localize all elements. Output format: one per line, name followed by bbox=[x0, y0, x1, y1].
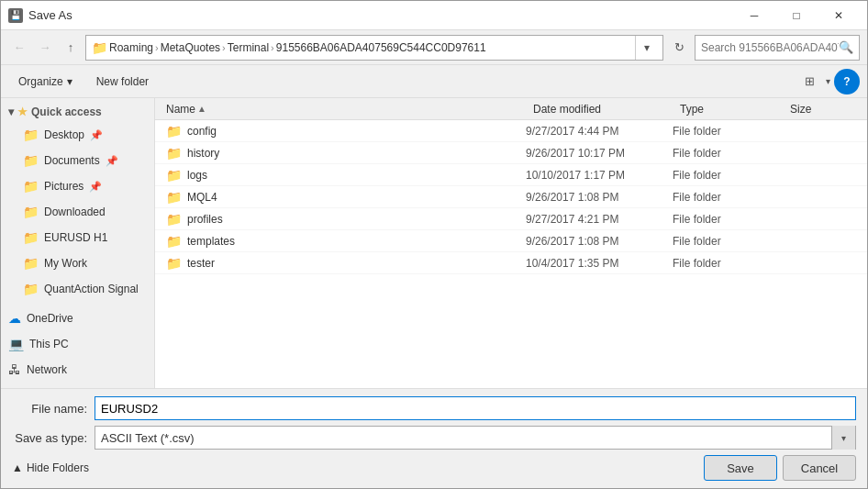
search-icon: 🔍 bbox=[839, 40, 853, 54]
sidebar-item-label-pictures: Pictures bbox=[44, 180, 83, 193]
sidebar-item-network[interactable]: 🖧 Network bbox=[1, 357, 154, 383]
file-type: File folder bbox=[673, 235, 783, 248]
save-as-dialog: 💾 Save As ─ □ ✕ ← → ↑ 📁 Roaming › MetaQu… bbox=[0, 0, 868, 489]
sidebar-item-thispc[interactable]: 💻 This PC bbox=[1, 331, 154, 357]
table-row[interactable]: 📁 history 9/26/2017 10:17 PM File folder bbox=[155, 142, 867, 164]
sidebar-item-desktop[interactable]: 📁 Desktop 📌 bbox=[1, 122, 154, 148]
filename-input[interactable] bbox=[95, 396, 856, 420]
quick-access-group: ▾ ★ Quick access 📁 Desktop 📌 📁 Documents… bbox=[1, 102, 154, 302]
forward-button[interactable]: → bbox=[34, 36, 56, 60]
col-header-name[interactable]: Name ▲ bbox=[162, 103, 529, 116]
new-folder-button[interactable]: New folder bbox=[86, 69, 159, 94]
quantaction-folder-icon: 📁 bbox=[23, 282, 39, 296]
documents-pin-icon: 📌 bbox=[106, 155, 118, 167]
downloaded-folder-icon: 📁 bbox=[23, 205, 39, 219]
hide-folders-button[interactable]: ▲ Hide Folders bbox=[12, 461, 89, 474]
sidebar-item-mywork[interactable]: 📁 My Work bbox=[1, 250, 154, 276]
crumb-metaquotes: MetaQuotes bbox=[161, 41, 220, 54]
close-button[interactable]: ✕ bbox=[818, 1, 860, 30]
sidebar-item-pictures[interactable]: 📁 Pictures 📌 bbox=[1, 173, 154, 199]
file-date: 9/27/2017 4:44 PM bbox=[526, 125, 673, 138]
organize-label: Organize bbox=[18, 75, 63, 88]
eurusd-folder-icon: 📁 bbox=[23, 230, 39, 245]
thispc-icon: 💻 bbox=[8, 337, 24, 351]
file-type: File folder bbox=[673, 169, 783, 182]
window-controls: ─ □ ✕ bbox=[733, 1, 860, 30]
save-button[interactable]: Save bbox=[704, 455, 777, 481]
organize-arrow: ▾ bbox=[67, 75, 72, 88]
folder-icon: 📁 bbox=[166, 190, 182, 205]
filename-row: File name: bbox=[12, 396, 856, 420]
col-header-size[interactable]: Size bbox=[786, 103, 860, 116]
title-bar: 💾 Save As ─ □ ✕ bbox=[1, 1, 867, 30]
file-name-text: logs bbox=[187, 169, 207, 182]
sidebar-item-label-desktop: Desktop bbox=[44, 128, 84, 141]
savetype-value: ASCII Text (*.csv) bbox=[101, 431, 850, 445]
sidebar-item-label-documents: Documents bbox=[44, 154, 100, 167]
col-header-date[interactable]: Date modified bbox=[529, 103, 676, 116]
savetype-label: Save as type: bbox=[12, 431, 95, 445]
sidebar-item-label-eurusd: EURUSD H1 bbox=[44, 231, 107, 244]
address-path[interactable]: 📁 Roaming › MetaQuotes › Terminal › 9155… bbox=[85, 35, 663, 61]
table-row[interactable]: 📁 templates 9/26/2017 1:08 PM File folde… bbox=[155, 230, 867, 252]
table-row[interactable]: 📁 tester 10/4/2017 1:35 PM File folder bbox=[155, 252, 867, 274]
savetype-row: Save as type: ASCII Text (*.csv) ▾ bbox=[12, 426, 856, 450]
file-type: File folder bbox=[673, 147, 783, 160]
maximize-button[interactable]: □ bbox=[775, 1, 818, 30]
table-row[interactable]: 📁 logs 10/10/2017 1:17 PM File folder bbox=[155, 164, 867, 186]
hide-folders-arrow: ▲ bbox=[12, 461, 23, 474]
back-button[interactable]: ← bbox=[8, 36, 30, 60]
sidebar-item-downloaded[interactable]: 📁 Downloaded bbox=[1, 199, 154, 225]
network-icon: 🖧 bbox=[8, 362, 21, 377]
table-row[interactable]: 📁 MQL4 9/26/2017 1:08 PM File folder bbox=[155, 186, 867, 208]
file-type: File folder bbox=[673, 257, 783, 270]
sort-arrow: ▲ bbox=[197, 104, 206, 114]
table-row[interactable]: 📁 config 9/27/2017 4:44 PM File folder bbox=[155, 120, 867, 142]
file-name-text: MQL4 bbox=[187, 191, 217, 204]
filename-label: File name: bbox=[12, 402, 95, 416]
folder-icon: 📁 bbox=[166, 256, 182, 271]
file-name-text: tester bbox=[187, 257, 215, 270]
file-list: 📁 config 9/27/2017 4:44 PM File folder 📁… bbox=[155, 120, 867, 388]
sidebar-item-documents[interactable]: 📁 Documents 📌 bbox=[1, 148, 154, 173]
sidebar-item-label-mywork: My Work bbox=[44, 257, 87, 270]
onedrive-icon: ☁ bbox=[8, 311, 21, 326]
file-type: File folder bbox=[673, 213, 783, 226]
sidebar-item-quantaction[interactable]: 📁 QuantAction Signal bbox=[1, 276, 154, 302]
up-button[interactable]: ↑ bbox=[60, 36, 82, 60]
sidebar: ▾ ★ Quick access 📁 Desktop 📌 📁 Documents… bbox=[1, 98, 155, 388]
sidebar-item-label-onedrive: OneDrive bbox=[27, 312, 73, 325]
view-arrow: ▾ bbox=[826, 76, 830, 86]
file-name-text: history bbox=[187, 147, 219, 160]
view-button[interactable]: ⊞ bbox=[796, 69, 822, 94]
organize-button[interactable]: Organize ▾ bbox=[8, 69, 83, 94]
folder-icon: 📁 bbox=[166, 168, 182, 183]
window-title: Save As bbox=[28, 8, 733, 22]
col-header-type[interactable]: Type bbox=[676, 103, 786, 116]
crumb-roaming: Roaming bbox=[109, 41, 153, 54]
save-label: Save bbox=[727, 461, 754, 475]
minimize-button[interactable]: ─ bbox=[733, 1, 775, 30]
pictures-folder-icon: 📁 bbox=[23, 179, 39, 194]
quick-access-header[interactable]: ▾ ★ Quick access bbox=[1, 102, 154, 122]
table-row[interactable]: 📁 profiles 9/27/2017 4:21 PM File folder bbox=[155, 208, 867, 230]
file-list-area: Name ▲ Date modified Type Size 📁 config bbox=[155, 98, 867, 388]
savetype-arrow[interactable]: ▾ bbox=[831, 426, 855, 450]
sidebar-item-onedrive[interactable]: ☁ OneDrive bbox=[1, 306, 154, 331]
file-type: File folder bbox=[673, 191, 783, 204]
quick-access-star: ★ bbox=[17, 106, 28, 118]
address-dropdown[interactable]: ▾ bbox=[635, 35, 657, 61]
search-box[interactable]: 🔍 bbox=[695, 35, 860, 61]
file-name-text: profiles bbox=[187, 213, 223, 226]
savetype-select[interactable]: ASCII Text (*.csv) ▾ bbox=[95, 426, 856, 450]
cancel-button[interactable]: Cancel bbox=[783, 455, 856, 481]
search-input[interactable] bbox=[701, 41, 839, 54]
sidebar-item-label-thispc: This PC bbox=[29, 338, 69, 350]
documents-folder-icon: 📁 bbox=[23, 153, 39, 168]
help-button[interactable]: ? bbox=[834, 69, 860, 94]
file-type: File folder bbox=[673, 125, 783, 138]
mywork-folder-icon: 📁 bbox=[23, 256, 39, 271]
refresh-button[interactable]: ↻ bbox=[667, 35, 691, 61]
sidebar-item-eurusd[interactable]: 📁 EURUSD H1 bbox=[1, 225, 154, 250]
main-area: ▾ ★ Quick access 📁 Desktop 📌 📁 Documents… bbox=[1, 98, 867, 388]
